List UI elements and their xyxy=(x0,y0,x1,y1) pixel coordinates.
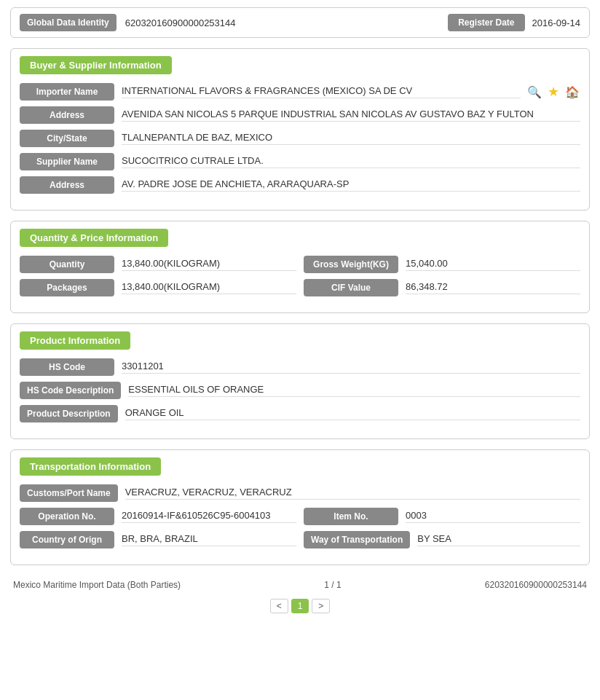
footer-right: 620320160900000253144 xyxy=(485,580,587,590)
operation-pair: Operation No. 20160914-IF&610526C95-6004… xyxy=(20,508,296,525)
global-id-row: Global Data Identity 6203201609000002531… xyxy=(10,7,590,38)
packages-cif-row: Packages 13,840.00(KILOGRAM) CIF Value 8… xyxy=(20,279,580,296)
hs-code-desc-value: ESSENTIAL OILS OF ORANGE xyxy=(128,384,580,397)
supplier-name-value: SUCOCITRICO CUTRALE LTDA. xyxy=(122,155,580,168)
product-info-header: Product Information xyxy=(20,331,130,350)
global-id-value: 620320160900000253144 xyxy=(125,17,448,28)
packages-label: Packages xyxy=(20,279,114,296)
supplier-address-value: AV. PADRE JOSE DE ANCHIETA, ARARAQUARA-S… xyxy=(122,178,580,192)
buyer-supplier-section: Buyer & Supplier Information Importer Na… xyxy=(10,48,590,211)
operation-item-row: Operation No. 20160914-IF&610526C95-6004… xyxy=(20,508,580,525)
register-date-label: Register Date xyxy=(448,14,524,31)
register-date-value: 2016-09-14 xyxy=(532,17,581,28)
operation-label: Operation No. xyxy=(20,508,114,525)
product-desc-row: Product Description ORANGE OIL xyxy=(20,405,580,422)
hs-code-desc-label: HS Code Description xyxy=(20,382,121,399)
country-value: BR, BRA, BRAZIL xyxy=(122,533,296,546)
item-no-pair: Item No. 0003 xyxy=(304,508,580,525)
quantity-label: Quantity xyxy=(20,256,114,273)
cif-value-value: 86,348.72 xyxy=(406,281,580,294)
hs-code-desc-row: HS Code Description ESSENTIAL OILS OF OR… xyxy=(20,382,580,399)
product-desc-label: Product Description xyxy=(20,405,118,422)
importer-icon-group: 🔍 ★ 🏠 xyxy=(526,84,580,100)
cif-value-pair: CIF Value 86,348.72 xyxy=(304,279,580,296)
packages-pair: Packages 13,840.00(KILOGRAM) xyxy=(20,279,296,296)
customs-port-label: Customs/Port Name xyxy=(20,484,118,502)
hs-code-row: HS Code 33011201 xyxy=(20,358,580,376)
gross-weight-label: Gross Weight(KG) xyxy=(304,256,398,273)
customs-port-value: VERACRUZ, VERACRUZ, VERACRUZ xyxy=(125,487,580,500)
gross-weight-value: 15,040.00 xyxy=(406,258,580,271)
supplier-address-label: Address xyxy=(20,176,114,194)
item-no-value: 0003 xyxy=(406,510,580,523)
city-state-label: City/State xyxy=(20,130,114,147)
packages-value: 13,840.00(KILOGRAM) xyxy=(122,281,296,294)
importer-name-value: INTERNATIONAL FLAVORS & FRAGRANCES (MEXI… xyxy=(122,85,521,98)
buyer-supplier-header: Buyer & Supplier Information xyxy=(20,56,172,74)
quantity-value: 13,840.00(KILOGRAM) xyxy=(122,258,296,271)
transport-way-label: Way of Transportation xyxy=(304,531,410,548)
importer-name-row: Importer Name INTERNATIONAL FLAVORS & FR… xyxy=(20,83,580,101)
star-icon[interactable]: ★ xyxy=(545,84,561,100)
product-info-section: Product Information HS Code 33011201 HS … xyxy=(10,323,590,439)
item-no-label: Item No. xyxy=(304,508,398,525)
country-transport-row: Country of Orign BR, BRA, BRAZIL Way of … xyxy=(20,531,580,548)
prev-page-btn[interactable]: < xyxy=(270,599,288,613)
quantity-pair: Quantity 13,840.00(KILOGRAM) xyxy=(20,256,296,273)
hs-code-value: 33011201 xyxy=(122,361,580,374)
transportation-section: Transportation Information Customs/Port … xyxy=(10,449,590,565)
supplier-name-label: Supplier Name xyxy=(20,153,114,170)
transportation-header: Transportation Information xyxy=(20,457,161,476)
gross-weight-pair: Gross Weight(KG) 15,040.00 xyxy=(304,256,580,273)
supplier-name-row: Supplier Name SUCOCITRICO CUTRALE LTDA. xyxy=(20,153,580,170)
quantity-price-header: Quantity & Price Information xyxy=(20,229,168,247)
transport-way-value: BY SEA xyxy=(417,533,580,546)
search-icon[interactable]: 🔍 xyxy=(526,84,542,100)
cif-value-label: CIF Value xyxy=(304,279,398,296)
next-page-btn[interactable]: > xyxy=(312,599,330,613)
importer-name-label: Importer Name xyxy=(20,83,114,101)
hs-code-label: HS Code xyxy=(20,358,114,376)
global-id-label: Global Data Identity xyxy=(20,14,117,31)
supplier-address-row: Address AV. PADRE JOSE DE ANCHIETA, ARAR… xyxy=(20,176,580,194)
footer: Mexico Maritime Import Data (Both Partie… xyxy=(10,575,590,593)
operation-value: 20160914-IF&610526C95-6004103 xyxy=(122,510,296,523)
importer-address-label: Address xyxy=(20,106,114,124)
home-icon[interactable]: 🏠 xyxy=(564,84,580,100)
product-desc-value: ORANGE OIL xyxy=(125,407,580,420)
customs-port-row: Customs/Port Name VERACRUZ, VERACRUZ, VE… xyxy=(20,484,580,502)
city-state-value: TLALNEPANTLA DE BAZ, MEXICO xyxy=(122,132,580,145)
pagination: < 1 > xyxy=(10,593,590,616)
quantity-price-section: Quantity & Price Information Quantity 13… xyxy=(10,221,590,313)
transport-way-pair: Way of Transportation BY SEA xyxy=(304,531,580,548)
city-state-row: City/State TLALNEPANTLA DE BAZ, MEXICO xyxy=(20,130,580,147)
page-1-btn[interactable]: 1 xyxy=(291,599,309,613)
footer-left: Mexico Maritime Import Data (Both Partie… xyxy=(13,580,181,590)
footer-center: 1 / 1 xyxy=(324,580,341,590)
country-label: Country of Orign xyxy=(20,531,114,548)
importer-address-value: AVENIDA SAN NICOLAS 5 PARQUE INDUSTRIAL … xyxy=(122,109,580,122)
importer-address-row: Address AVENIDA SAN NICOLAS 5 PARQUE IND… xyxy=(20,106,580,124)
quantity-gross-row: Quantity 13,840.00(KILOGRAM) Gross Weigh… xyxy=(20,256,580,273)
country-pair: Country of Orign BR, BRA, BRAZIL xyxy=(20,531,296,548)
